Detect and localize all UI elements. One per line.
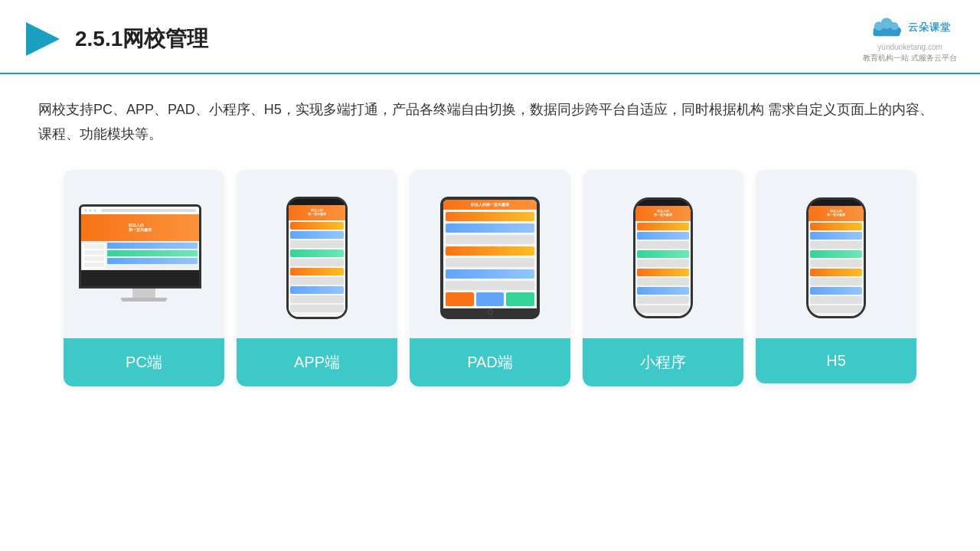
phone-app-mockup: 职达人的第一堂兴趣课: [286, 197, 348, 319]
play-icon: [23, 19, 63, 59]
card-pc-label: PC端: [64, 338, 224, 386]
logo-cloud: 云朵课堂: [870, 14, 951, 41]
card-miniprogram-image: 职达人的第一堂兴趣课: [583, 170, 743, 338]
page-title: 2.5.1网校管理: [75, 24, 208, 54]
logo-url: yunduoketang.com: [877, 43, 942, 51]
pc-mockup: 职达人的第一堂兴趣课: [79, 204, 209, 311]
pc-screen: 职达人的第一堂兴趣课: [79, 204, 201, 289]
logo-name: 云朵课堂: [908, 21, 951, 34]
card-app-label: APP端: [237, 338, 397, 386]
svg-point-7: [890, 22, 898, 30]
card-miniprogram: 职达人的第一堂兴趣课: [583, 170, 743, 386]
cards-row: 职达人的第一堂兴趣课: [38, 170, 942, 386]
card-pad: 职达人的第一堂兴趣课: [410, 170, 570, 386]
svg-marker-0: [26, 22, 60, 56]
card-pc: 职达人的第一堂兴趣课: [64, 170, 224, 386]
svg-rect-4: [873, 31, 900, 36]
svg-point-6: [880, 18, 892, 29]
card-miniprogram-label: 小程序: [583, 338, 743, 386]
description-text: 网校支持PC、APP、PAD、小程序、H5，实现多端打通，产品各终端自由切换，数…: [38, 97, 942, 147]
card-h5-image: 职达人的第一堂兴趣课: [756, 170, 916, 338]
card-pc-image: 职达人的第一堂兴趣课: [64, 170, 224, 338]
logo-tagline: 教育机构一站 式服务云平台: [863, 53, 957, 64]
card-h5-label: H5: [756, 338, 916, 383]
card-app: 职达人的第一堂兴趣课: [237, 170, 397, 386]
card-pad-label: PAD端: [410, 338, 570, 386]
pad-mockup: 职达人的第一堂兴趣课: [440, 197, 540, 319]
card-h5: 职达人的第一堂兴趣课: [756, 170, 916, 386]
cloud-icon: [870, 14, 903, 41]
header: 2.5.1网校管理 云朵课堂 yunduoketang.com 教育机构一站 式…: [0, 0, 980, 74]
header-left: 2.5.1网校管理: [23, 19, 208, 59]
card-pad-image: 职达人的第一堂兴趣课: [410, 170, 570, 338]
main-content: 网校支持PC、APP、PAD、小程序、H5，实现多端打通，产品各终端自由切换，数…: [0, 74, 980, 402]
phone-h5-mockup: 职达人的第一堂兴趣课: [806, 197, 866, 318]
card-app-image: 职达人的第一堂兴趣课: [237, 170, 397, 338]
phone-mini-mockup: 职达人的第一堂兴趣课: [633, 197, 693, 318]
logo-area: 云朵课堂 yunduoketang.com 教育机构一站 式服务云平台: [863, 14, 957, 64]
